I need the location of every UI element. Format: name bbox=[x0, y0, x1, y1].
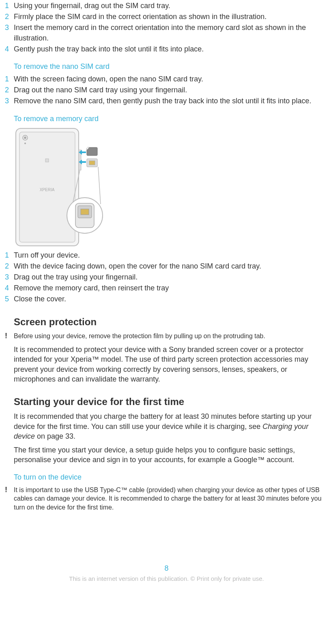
step-text: Remove the nano SIM card, then gently pu… bbox=[14, 96, 328, 106]
list-item: 2 Firmly place the SIM card in the corre… bbox=[5, 12, 328, 22]
step-number: 2 bbox=[5, 12, 14, 22]
step-number: 1 bbox=[5, 74, 14, 84]
svg-line-18 bbox=[98, 167, 101, 204]
step-text: Close the cover. bbox=[14, 294, 328, 304]
device-illustration: XPERIA bbox=[14, 126, 328, 248]
step-text: Remove the memory card, then reinsert th… bbox=[14, 283, 328, 293]
step-number: 2 bbox=[5, 261, 14, 271]
step-number: 4 bbox=[5, 44, 14, 54]
screen-protection-heading: Screen protection bbox=[14, 316, 328, 328]
step-number: 4 bbox=[5, 283, 14, 293]
insert-sim-steps: 1 Using your fingernail, drag out the SI… bbox=[5, 1, 328, 54]
list-item: 3 Insert the memory card in the correct … bbox=[5, 23, 328, 43]
page-number: 8 bbox=[5, 564, 328, 573]
list-item: 5 Close the cover. bbox=[5, 294, 328, 304]
screen-protection-warning: Before using your device, remove the pro… bbox=[14, 332, 328, 341]
step-text: Drag out the nano SIM card tray using yo… bbox=[14, 85, 328, 95]
svg-point-3 bbox=[24, 136, 26, 139]
svg-rect-10 bbox=[89, 161, 95, 165]
footer-text: This is an internet version of this publ… bbox=[5, 575, 328, 586]
starting-device-paragraph-2: The first time you start your device, a … bbox=[14, 445, 328, 465]
step-text: Firmly place the SIM card in the correct… bbox=[14, 12, 328, 22]
warning-icon: ! bbox=[5, 332, 14, 341]
list-item: 3 Drag out the tray using your fingernai… bbox=[5, 272, 328, 282]
svg-text:XPERIA: XPERIA bbox=[40, 188, 55, 192]
step-text: Turn off your device. bbox=[14, 250, 328, 260]
list-item: 1 With the screen facing down, open the … bbox=[5, 74, 328, 84]
turn-on-heading: To turn on the device bbox=[14, 473, 328, 482]
turn-on-warning: It is important to use the USB Type-C™ c… bbox=[14, 486, 328, 512]
list-item: 3 Remove the nano SIM card, then gently … bbox=[5, 96, 328, 106]
step-text: Gently push the tray back into the slot … bbox=[14, 44, 328, 54]
list-item: 2 Drag out the nano SIM card tray using … bbox=[5, 85, 328, 95]
warning-icon: ! bbox=[5, 486, 14, 495]
list-item: 4 Gently push the tray back into the slo… bbox=[5, 44, 328, 54]
list-item: 1 Turn off your device. bbox=[5, 250, 328, 260]
screen-protection-paragraph: It is recommended to protect your device… bbox=[14, 345, 328, 384]
step-number: 1 bbox=[5, 1, 14, 11]
step-number: 3 bbox=[5, 23, 14, 33]
starting-device-paragraph-1: It is recommended that you charge the ba… bbox=[14, 412, 328, 441]
remove-sim-heading: To remove the nano SIM card bbox=[14, 62, 328, 71]
remove-memory-steps: 1 Turn off your device. 2 With the devic… bbox=[5, 250, 328, 305]
list-item: 4 Remove the memory card, then reinsert … bbox=[5, 283, 328, 293]
svg-rect-5 bbox=[45, 159, 49, 162]
step-number: 5 bbox=[5, 294, 14, 304]
step-number: 2 bbox=[5, 85, 14, 95]
step-text: Insert the memory card in the correct or… bbox=[14, 23, 328, 43]
step-number: 3 bbox=[5, 96, 14, 106]
svg-rect-16 bbox=[81, 209, 89, 215]
remove-memory-heading: To remove a memory card bbox=[14, 115, 328, 123]
step-text: With the device facing down, open the co… bbox=[14, 261, 328, 271]
svg-rect-8 bbox=[87, 147, 97, 156]
step-text: Drag out the tray using your fingernail. bbox=[14, 272, 328, 282]
step-text: With the screen facing down, open the na… bbox=[14, 74, 328, 84]
step-text: Using your fingernail, drag out the SIM … bbox=[14, 1, 328, 11]
remove-sim-steps: 1 With the screen facing down, open the … bbox=[5, 74, 328, 107]
list-item: 2 With the device facing down, open the … bbox=[5, 261, 328, 271]
list-item: 1 Using your fingernail, drag out the SI… bbox=[5, 1, 328, 11]
svg-rect-1 bbox=[19, 132, 75, 242]
step-number: 1 bbox=[5, 250, 14, 260]
svg-point-4 bbox=[24, 143, 26, 144]
step-number: 3 bbox=[5, 272, 14, 282]
starting-device-heading: Starting your device for the first time bbox=[14, 396, 328, 407]
